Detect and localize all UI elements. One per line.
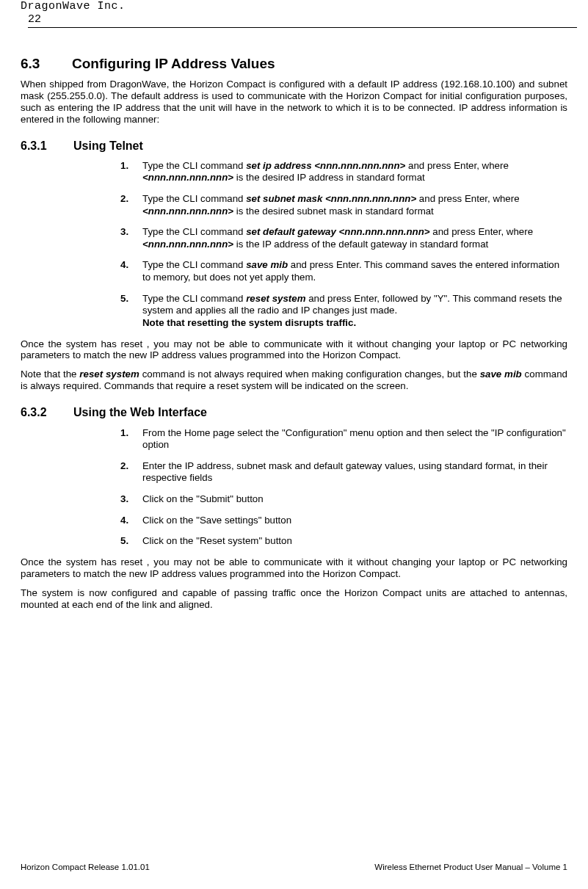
list-item: 2. Type the CLI command set subnet mask … bbox=[120, 193, 567, 217]
heading-number: 6.3.2 bbox=[21, 405, 73, 419]
item-text: Enter the IP address, subnet mask and de… bbox=[142, 460, 548, 484]
list-item: 2.Enter the IP address, subnet mask and … bbox=[120, 460, 567, 485]
item-number: 2. bbox=[120, 193, 128, 206]
heading-title: Using Telnet bbox=[73, 139, 143, 152]
after-web-para1: Once the system has reset , you may not … bbox=[21, 556, 567, 580]
heading-6-3: 6.3Configuring IP Address Values bbox=[21, 56, 567, 73]
header-page-number: 22 bbox=[28, 13, 577, 28]
item-number: 3. bbox=[120, 493, 128, 506]
item-text: Click on the "Submit" button bbox=[142, 493, 264, 504]
heading-6-3-2: 6.3.2Using the Web Interface bbox=[21, 405, 567, 419]
list-item: 4. Type the CLI command save mib and pre… bbox=[120, 259, 567, 283]
intro-paragraph: When shipped from DragonWave, the Horizo… bbox=[21, 79, 567, 126]
item-text: Type the CLI command set default gateway… bbox=[142, 226, 533, 250]
item-number: 5. bbox=[120, 293, 128, 305]
list-item: 5.Click on the "Reset system" button bbox=[120, 535, 567, 548]
item-text: Type the CLI command set ip address <nnn… bbox=[142, 160, 509, 184]
after-telnet-para2: Note that the reset system command is no… bbox=[21, 369, 567, 392]
item-number: 5. bbox=[120, 535, 128, 548]
item-text: From the Home page select the "Configura… bbox=[142, 427, 566, 451]
web-steps: 1.From the Home page select the "Configu… bbox=[120, 427, 567, 548]
after-web-para2: The system is now configured and capable… bbox=[21, 587, 567, 611]
item-number: 3. bbox=[120, 226, 128, 239]
list-item: 3. Type the CLI command set default gate… bbox=[120, 226, 567, 250]
list-item: 3.Click on the "Submit" button bbox=[120, 493, 567, 506]
item-number: 2. bbox=[120, 460, 128, 473]
item-number: 4. bbox=[120, 259, 128, 272]
page-footer: Horizon Compact Release 1.01.01 Wireless… bbox=[21, 863, 567, 873]
after-telnet-para1: Once the system has reset , you may not … bbox=[21, 338, 567, 362]
item-text: Type the CLI command set subnet mask <nn… bbox=[142, 193, 520, 217]
item-number: 4. bbox=[120, 515, 128, 527]
heading-number: 6.3 bbox=[21, 56, 72, 73]
heading-number: 6.3.1 bbox=[21, 139, 73, 153]
heading-title: Configuring IP Address Values bbox=[72, 56, 275, 71]
item-note: Note that resetting the system disrupts … bbox=[142, 317, 356, 328]
header-company: DragonWave Inc. bbox=[21, 0, 567, 13]
item-text: Type the CLI command save mib and press … bbox=[142, 259, 559, 283]
list-item: 1.From the Home page select the "Configu… bbox=[120, 427, 567, 451]
heading-6-3-1: 6.3.1Using Telnet bbox=[21, 139, 567, 153]
heading-title: Using the Web Interface bbox=[73, 406, 207, 418]
footer-left: Horizon Compact Release 1.01.01 bbox=[21, 863, 150, 873]
telnet-steps: 1. Type the CLI command set ip address <… bbox=[120, 160, 567, 330]
list-item: 5. Type the CLI command reset system and… bbox=[120, 293, 567, 330]
footer-right: Wireless Ethernet Product User Manual – … bbox=[374, 863, 567, 873]
item-number: 1. bbox=[120, 160, 128, 173]
list-item: 4.Click on the "Save settings" button bbox=[120, 515, 567, 527]
item-text: Click on the "Save settings" button bbox=[142, 515, 291, 526]
item-text: Type the CLI command reset system and pr… bbox=[142, 293, 562, 328]
list-item: 1. Type the CLI command set ip address <… bbox=[120, 160, 567, 184]
item-number: 1. bbox=[120, 427, 128, 440]
item-text: Click on the "Reset system" button bbox=[142, 535, 292, 546]
